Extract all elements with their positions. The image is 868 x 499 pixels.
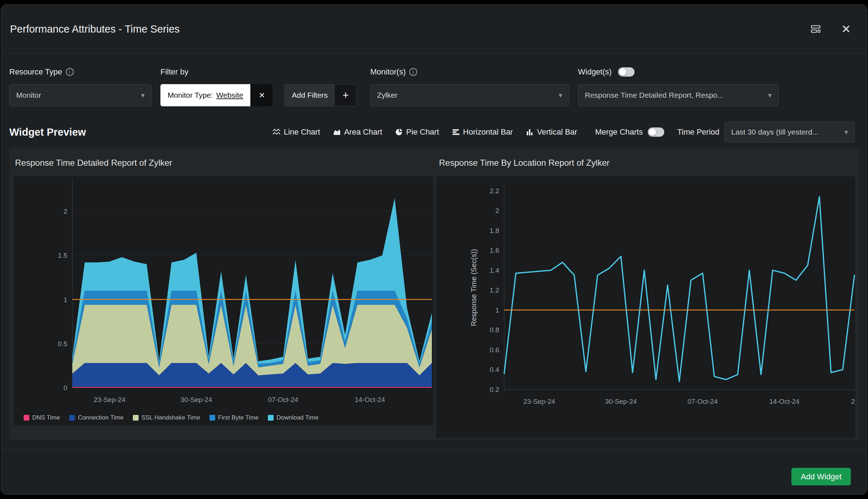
charts-panel: Response Time Detailed Report of Zylker …: [9, 149, 859, 440]
svg-text:30-Sep-24: 30-Sep-24: [605, 398, 637, 405]
svg-text:0.8: 0.8: [490, 326, 499, 334]
chart-type-label: Vertical Bar: [537, 127, 577, 137]
area-chart: 00.511.5223-Sep-2430-Sep-2407-Oct-2414-O…: [14, 176, 433, 408]
add-widget-button[interactable]: Add Widget: [791, 468, 851, 485]
legend-label: First Byte Time: [218, 414, 259, 421]
legend-swatch: [24, 415, 29, 421]
merge-charts-label: Merge Charts: [595, 127, 643, 137]
line-chart-icon: [273, 128, 280, 136]
performance-attributes-modal: Performance Attributes - Time Series × R…: [1, 4, 867, 495]
info-icon[interactable]: i: [66, 68, 74, 76]
svg-text:1: 1: [63, 296, 67, 304]
chart-type-label: Pie Chart: [406, 127, 439, 137]
monitor-type-chip[interactable]: Monitor Type: Website ×: [160, 84, 273, 106]
monitors-label-text: Monitor(s): [370, 67, 406, 77]
merge-charts-toggle[interactable]: [648, 127, 664, 137]
info-icon[interactable]: i: [409, 68, 417, 76]
legend-swatch: [209, 415, 215, 421]
chart-type-label: Area Chart: [344, 127, 382, 137]
resource-type-dropdown[interactable]: Monitor ▾: [9, 84, 151, 106]
area-chart-icon: [333, 128, 341, 136]
svg-text:30-Sep-24: 30-Sep-24: [180, 396, 212, 403]
legend-label: DNS Time: [32, 414, 60, 421]
chart-type-line[interactable]: Line Chart: [273, 127, 320, 137]
monitors-dropdown[interactable]: Zylker ▾: [370, 84, 569, 106]
header-icons: ×: [810, 5, 850, 53]
svg-text:1.4: 1.4: [490, 267, 500, 274]
merge-charts-control: Merge Charts: [595, 127, 664, 137]
chip-close-button[interactable]: ×: [251, 84, 273, 106]
toggle-knob: [619, 68, 626, 76]
vertical-bar-icon: [526, 128, 534, 136]
svg-text:1.5: 1.5: [58, 252, 67, 259]
chip-value-link[interactable]: Website: [216, 91, 243, 100]
legend-item[interactable]: First Byte Time: [209, 414, 259, 421]
chart-type-area[interactable]: Area Chart: [333, 127, 382, 137]
chevron-down-icon: ▾: [840, 128, 848, 136]
legend-label: Connection Time: [78, 414, 124, 421]
filter-by-label-text: Filter by: [160, 67, 188, 77]
chart-legend: DNS TimeConnection TimeSSL Handshake Tim…: [24, 414, 318, 421]
widgets-toggle[interactable]: [618, 67, 635, 77]
svg-text:2: 2: [495, 207, 499, 214]
svg-text:0.4: 0.4: [490, 366, 500, 373]
chart-title-left: Response Time Detailed Report of Zylker: [15, 158, 172, 168]
modal-title: Performance Attributes - Time Series: [10, 5, 180, 53]
legend-item[interactable]: Download Time: [268, 414, 318, 421]
chevron-down-icon: ▾: [554, 91, 562, 100]
chart-title-right: Response Time By Location Report of Zylk…: [439, 158, 609, 168]
svg-text:1.8: 1.8: [490, 227, 499, 234]
close-icon: ×: [259, 89, 265, 101]
svg-text:0.2: 0.2: [490, 386, 499, 393]
dropdown-value: Last 30 days (till yesterd...: [731, 128, 819, 136]
svg-text:23-Sep-24: 23-Sep-24: [523, 398, 555, 405]
svg-text:14-Oct-24: 14-Oct-24: [769, 398, 800, 405]
svg-text:2: 2: [63, 208, 67, 215]
legend-item[interactable]: DNS Time: [24, 414, 60, 421]
legend-label: Download Time: [276, 414, 318, 421]
chart-type-toolbar: Line Chart Area Chart Pie Chart: [273, 122, 855, 142]
legend-label: SSL Handshake Time: [141, 414, 200, 421]
widgets-label-text: Widget(s): [578, 67, 612, 77]
svg-text:07-Oct-24: 07-Oct-24: [688, 398, 718, 405]
toggle-knob: [649, 129, 656, 136]
layout-icon[interactable]: [810, 23, 821, 35]
chart-type-label: Line Chart: [284, 127, 320, 137]
svg-text:0: 0: [63, 384, 67, 392]
add-filters-button[interactable]: Add Filters +: [284, 84, 357, 106]
svg-text:14-Oct-24: 14-Oct-24: [355, 396, 385, 403]
svg-text:1.6: 1.6: [490, 247, 499, 254]
widget-preview-row: Widget Preview Line Chart Area Chart: [9, 121, 855, 144]
svg-text:1.2: 1.2: [490, 286, 499, 294]
chip-body[interactable]: Monitor Type: Website: [160, 84, 250, 106]
response-time-by-location-chart: 0.20.40.60.811.21.41.61.822.223-Sep-2430…: [436, 176, 855, 438]
filter-by-label: Filter by: [160, 66, 188, 78]
legend-item[interactable]: Connection Time: [69, 414, 124, 421]
close-icon[interactable]: ×: [842, 21, 850, 37]
svg-text:0.6: 0.6: [490, 346, 499, 354]
svg-text:0.5: 0.5: [58, 340, 67, 348]
dropdown-value: Response Time Detailed Report, Respo...: [585, 91, 724, 100]
svg-text:1: 1: [495, 306, 499, 314]
modal-footer: Add Widget: [1, 450, 867, 494]
chip-label: Monitor Type:: [168, 91, 213, 100]
svg-text:2: 2: [851, 398, 855, 405]
chart-type-horizontal-bar[interactable]: Horizontal Bar: [452, 127, 513, 137]
add-filters-label: Add Filters: [285, 84, 335, 106]
chevron-down-icon: ▾: [764, 91, 772, 100]
modal-header: Performance Attributes - Time Series ×: [1, 5, 867, 54]
chart-type-label: Horizontal Bar: [463, 127, 513, 137]
widgets-dropdown[interactable]: Response Time Detailed Report, Respo... …: [578, 84, 778, 106]
chart-type-vertical-bar[interactable]: Vertical Bar: [526, 127, 577, 137]
svg-text:23-Sep-24: 23-Sep-24: [93, 396, 125, 403]
chart-type-pie[interactable]: Pie Chart: [395, 127, 439, 137]
chevron-down-icon: ▾: [137, 91, 145, 100]
time-period-dropdown[interactable]: Last 30 days (till yesterd... ▾: [724, 122, 855, 142]
pie-chart-icon: [395, 128, 403, 136]
resource-type-label: Resource Type i: [9, 66, 74, 78]
dropdown-value: Monitor: [16, 91, 41, 100]
legend-item[interactable]: SSL Handshake Time: [133, 414, 200, 421]
line-chart: 0.20.40.60.811.21.41.61.822.223-Sep-2430…: [436, 176, 855, 438]
resource-type-label-text: Resource Type: [9, 67, 62, 77]
y-axis-label: Response Time (Sec(s)): [470, 249, 478, 326]
